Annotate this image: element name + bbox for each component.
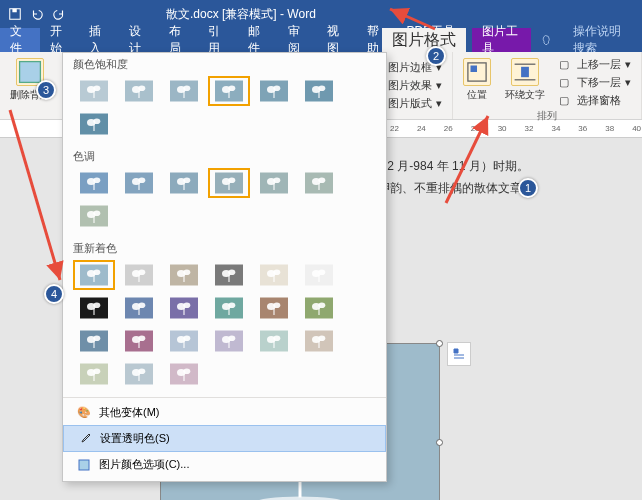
recolor-swatch[interactable] [208, 293, 250, 323]
picture-color-options-item[interactable]: 图片颜色选项(C)... [63, 452, 386, 477]
recolor-swatch[interactable] [298, 260, 340, 290]
tab-file[interactable]: 文件 [0, 28, 40, 52]
group-label-arrange: 排列 [459, 109, 635, 123]
tone-swatch[interactable] [73, 201, 115, 231]
recolor-swatch[interactable] [253, 260, 295, 290]
set-transparent-color-item[interactable]: 设置透明色(S) [63, 425, 386, 452]
save-icon[interactable] [8, 7, 22, 21]
tone-swatch[interactable] [118, 168, 160, 198]
resize-handle[interactable] [436, 340, 443, 347]
svg-point-43 [318, 85, 325, 91]
saturation-swatch[interactable] [163, 76, 205, 106]
recolor-swatch[interactable] [298, 293, 340, 323]
svg-point-87 [183, 269, 190, 275]
saturation-swatch[interactable] [298, 76, 340, 106]
recolor-swatch[interactable] [118, 260, 160, 290]
saturation-swatch[interactable] [118, 76, 160, 106]
svg-rect-161 [79, 460, 89, 470]
palette-icon: 🎨 [77, 406, 91, 420]
recolor-swatch[interactable] [73, 359, 115, 389]
svg-point-83 [138, 269, 145, 275]
recolor-swatch[interactable] [73, 326, 115, 356]
tell-me-icon [531, 28, 563, 52]
recolor-swatch[interactable] [73, 260, 115, 290]
saturation-swatch[interactable] [73, 109, 115, 139]
undo-icon[interactable] [30, 7, 44, 21]
tone-swatch[interactable] [298, 168, 340, 198]
svg-point-111 [183, 302, 190, 308]
tone-swatch[interactable] [163, 168, 205, 198]
recolor-swatch[interactable] [253, 326, 295, 356]
wrap-text-button[interactable]: 环绕文字 [501, 56, 549, 109]
annotation-marker-1: 1 [518, 178, 538, 198]
svg-point-155 [138, 368, 145, 374]
recolor-swatch[interactable] [163, 359, 205, 389]
more-variations-item[interactable]: 🎨其他变体(M) [63, 400, 386, 425]
window-title: 散文.docx [兼容模式] - Word [166, 6, 316, 23]
saturation-swatch[interactable] [208, 76, 250, 106]
position-button[interactable]: 位置 [459, 56, 495, 109]
tab-review[interactable]: 审阅 [278, 28, 318, 52]
selection-icon: ▢ [559, 94, 573, 108]
svg-point-123 [318, 302, 325, 308]
tone-swatch[interactable] [73, 168, 115, 198]
svg-point-47 [93, 118, 100, 124]
ribbon-tabs: 文件 开始 插入 设计 布局 引用 邮件 审阅 视图 帮助 PDF工具集 图片工… [0, 28, 642, 52]
recolor-swatch[interactable] [208, 326, 250, 356]
svg-point-135 [183, 335, 190, 341]
recolor-swatch[interactable] [208, 260, 250, 290]
saturation-swatch[interactable] [73, 76, 115, 106]
selection-pane-button[interactable]: ▢选择窗格 [555, 92, 635, 109]
tone-swatch[interactable] [253, 168, 295, 198]
tab-picture-format[interactable]: 图片格式 [382, 28, 466, 52]
svg-rect-1 [12, 9, 16, 13]
recolor-swatch[interactable] [118, 326, 160, 356]
recolor-swatch[interactable] [163, 326, 205, 356]
recolor-swatch[interactable] [118, 293, 160, 323]
tab-design[interactable]: 设计 [119, 28, 159, 52]
recolor-swatch[interactable] [253, 293, 295, 323]
svg-point-35 [228, 85, 235, 91]
color-dropdown: 颜色饱和度 色调 重新着色 🎨其他变体(M) 设置透明色(S) 图片颜色选项(C… [62, 52, 387, 482]
svg-point-119 [273, 302, 280, 308]
redo-icon[interactable] [52, 7, 66, 21]
section-tone: 色调 [63, 145, 386, 166]
tone-swatch[interactable] [208, 168, 250, 198]
recolor-swatch[interactable] [118, 359, 160, 389]
svg-point-71 [318, 177, 325, 183]
recolor-swatch[interactable] [73, 293, 115, 323]
recolor-swatch[interactable] [163, 293, 205, 323]
tab-mailings[interactable]: 邮件 [238, 28, 278, 52]
tab-references[interactable]: 引用 [198, 28, 238, 52]
tab-layout[interactable]: 布局 [159, 28, 199, 52]
forward-icon: ▢ [559, 58, 573, 72]
svg-point-107 [138, 302, 145, 308]
tab-home[interactable]: 开始 [40, 28, 80, 52]
svg-point-31 [183, 85, 190, 91]
section-saturation: 颜色饱和度 [63, 53, 386, 74]
recolor-swatches [63, 258, 386, 395]
tab-view[interactable]: 视图 [317, 28, 357, 52]
tab-insert[interactable]: 插入 [79, 28, 119, 52]
svg-point-139 [228, 335, 235, 341]
svg-point-75 [93, 210, 100, 216]
saturation-swatch[interactable] [253, 76, 295, 106]
bring-forward-button[interactable]: ▢上移一层 ▾ [555, 56, 635, 73]
recolor-swatch[interactable] [163, 260, 205, 290]
recolor-swatch[interactable] [298, 326, 340, 356]
svg-point-79 [93, 269, 100, 275]
wrap-icon [511, 58, 539, 86]
tell-me[interactable]: 操作说明搜索 [563, 28, 642, 52]
send-backward-button[interactable]: ▢下移一层 ▾ [555, 74, 635, 91]
svg-point-99 [318, 269, 325, 275]
layout-options-button[interactable] [447, 342, 471, 366]
options-icon [77, 458, 91, 472]
resize-handle[interactable] [436, 439, 443, 446]
svg-rect-18 [521, 67, 529, 77]
svg-point-51 [93, 177, 100, 183]
svg-point-95 [273, 269, 280, 275]
svg-point-115 [228, 302, 235, 308]
svg-point-23 [93, 85, 100, 91]
ribbon-group-arrange: 位置 环绕文字 ▢上移一层 ▾ ▢下移一层 ▾ ▢选择窗格 排列 [453, 52, 642, 119]
svg-point-55 [138, 177, 145, 183]
